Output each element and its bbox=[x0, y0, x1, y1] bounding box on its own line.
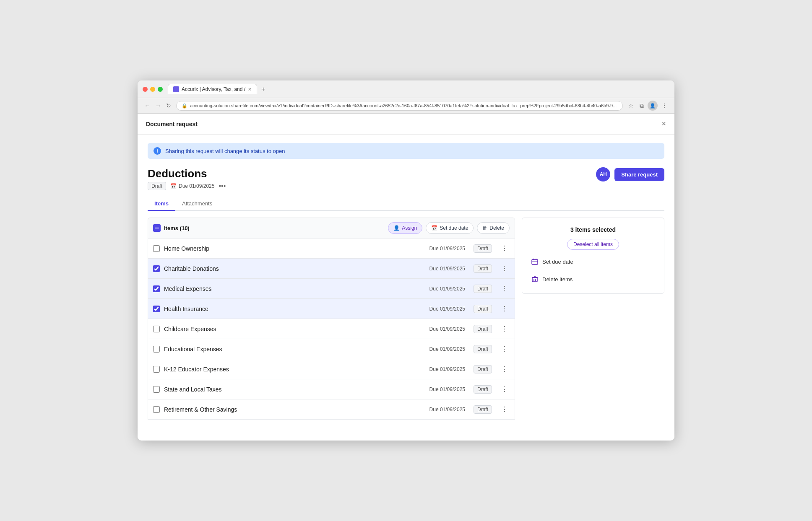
trash-icon: 🗑 bbox=[482, 225, 487, 231]
table-row: State and Local TaxesDue 01/09/2025Draft… bbox=[148, 379, 515, 399]
item-status-badge: Draft bbox=[474, 405, 492, 414]
item-name: Retirement & Other Savings bbox=[164, 406, 425, 413]
minimize-traffic-light[interactable] bbox=[150, 87, 155, 92]
item-checkbox-wrapper bbox=[153, 285, 160, 292]
item-more-button[interactable]: ⋮ bbox=[500, 244, 510, 253]
side-panel: 3 items selected Deselect all items Set … bbox=[522, 218, 664, 294]
item-more-button[interactable]: ⋮ bbox=[500, 264, 510, 273]
forward-button[interactable]: → bbox=[154, 101, 163, 110]
item-more-button[interactable]: ⋮ bbox=[500, 284, 510, 293]
address-bar[interactable]: 🔒 accounting-solution.sharefile.com/view… bbox=[176, 101, 623, 111]
item-status-badge: Draft bbox=[474, 305, 492, 313]
item-checkbox[interactable] bbox=[153, 285, 160, 292]
side-set-due-date[interactable]: Set due date bbox=[531, 256, 656, 267]
svg-rect-4 bbox=[532, 277, 537, 282]
item-due-date: Due 01/09/2025 bbox=[429, 266, 465, 272]
info-banner-text: Sharing this request will change its sta… bbox=[165, 148, 285, 154]
tab-attachments[interactable]: Attachments bbox=[175, 197, 219, 211]
table-row: Medical ExpensesDue 01/09/2025Draft⋮ bbox=[148, 279, 515, 299]
menu-button[interactable]: ⋮ bbox=[659, 101, 669, 111]
item-more-button[interactable]: ⋮ bbox=[500, 384, 510, 394]
due-date: 📅 Due 01/09/2025 bbox=[170, 183, 214, 189]
item-due-date: Due 01/09/2025 bbox=[429, 286, 465, 292]
content-area: Items (10) 👤 Assign 📅 Set due date bbox=[148, 218, 664, 420]
item-due-date: Due 01/09/2025 bbox=[429, 366, 465, 372]
items-count-label: Items (10) bbox=[164, 225, 190, 231]
trash-icon bbox=[531, 275, 539, 283]
item-checkbox[interactable] bbox=[153, 386, 160, 393]
new-tab-button[interactable]: + bbox=[259, 85, 268, 94]
item-checkbox[interactable] bbox=[153, 265, 160, 272]
back-button[interactable]: ← bbox=[143, 101, 152, 110]
item-more-button[interactable]: ⋮ bbox=[500, 324, 510, 334]
browser-chrome: Accurix | Advisory, Tax, and / ✕ + bbox=[138, 80, 674, 98]
item-checkbox-wrapper bbox=[153, 366, 160, 373]
modal-body: i Sharing this request will change its s… bbox=[138, 135, 674, 428]
item-more-button[interactable]: ⋮ bbox=[500, 304, 510, 314]
item-name: Medical Expenses bbox=[164, 285, 425, 292]
item-checkbox[interactable] bbox=[153, 326, 160, 332]
doc-title-section: Deductions Draft 📅 Due 01/09/2025 ••• bbox=[148, 167, 226, 190]
item-more-button[interactable]: ⋮ bbox=[500, 344, 510, 354]
table-row: Childcare ExpensesDue 01/09/2025Draft⋮ bbox=[148, 319, 515, 339]
table-row: Charitable DonationsDue 01/09/2025Draft⋮ bbox=[148, 259, 515, 279]
item-status-badge: Draft bbox=[474, 325, 492, 333]
svg-rect-0 bbox=[532, 259, 538, 264]
select-all-checkbox[interactable] bbox=[153, 224, 161, 232]
item-checkbox[interactable] bbox=[153, 366, 160, 373]
item-more-button[interactable]: ⋮ bbox=[500, 404, 510, 414]
items-actions: 👤 Assign 📅 Set due date 🗑 Delete bbox=[388, 222, 510, 234]
table-row: K-12 Educator ExpensesDue 01/09/2025Draf… bbox=[148, 359, 515, 379]
item-due-date: Due 01/09/2025 bbox=[429, 326, 465, 332]
calendar-icon: 📅 bbox=[170, 183, 177, 189]
reload-button[interactable]: ↻ bbox=[164, 101, 173, 110]
item-checkbox-wrapper bbox=[153, 386, 160, 393]
item-name: Childcare Expenses bbox=[164, 326, 425, 332]
side-delete-items[interactable]: Delete items bbox=[531, 273, 656, 285]
profile-icon[interactable]: 👤 bbox=[648, 101, 658, 111]
browser-actions: ☆ ⧉ 👤 ⋮ bbox=[626, 101, 669, 111]
url-text: accounting-solution.sharefile.com/view/t… bbox=[190, 103, 617, 108]
share-request-button[interactable]: Share request bbox=[614, 168, 664, 181]
item-checkbox[interactable] bbox=[153, 245, 160, 252]
item-more-button[interactable]: ⋮ bbox=[500, 364, 510, 374]
items-header: Items (10) 👤 Assign 📅 Set due date bbox=[148, 218, 515, 238]
extensions-button[interactable]: ⧉ bbox=[638, 101, 646, 111]
tab-favicon bbox=[173, 86, 179, 92]
items-list: Home OwnershipDue 01/09/2025Draft⋮Charit… bbox=[148, 238, 515, 420]
item-checkbox[interactable] bbox=[153, 346, 160, 353]
item-name: Charitable Donations bbox=[164, 265, 425, 272]
modal-close-button[interactable]: × bbox=[661, 119, 666, 128]
traffic-lights bbox=[143, 87, 163, 92]
document-header: Deductions Draft 📅 Due 01/09/2025 ••• AH… bbox=[148, 167, 664, 190]
deselect-all-button[interactable]: Deselect all items bbox=[567, 239, 619, 250]
modal-title: Document request bbox=[146, 121, 198, 127]
page-content: Document request × i Sharing this reques… bbox=[138, 114, 674, 441]
item-checkbox[interactable] bbox=[153, 306, 160, 312]
tab-bar: Accurix | Advisory, Tax, and / ✕ + bbox=[168, 84, 669, 94]
item-checkbox-wrapper bbox=[153, 306, 160, 312]
item-status-badge: Draft bbox=[474, 365, 492, 373]
tab-items[interactable]: Items bbox=[148, 197, 175, 211]
item-checkbox[interactable] bbox=[153, 406, 160, 413]
table-row: Health InsuranceDue 01/09/2025Draft⋮ bbox=[148, 299, 515, 319]
item-status-badge: Draft bbox=[474, 285, 492, 293]
modal-header: Document request × bbox=[138, 114, 674, 135]
item-checkbox-wrapper bbox=[153, 406, 160, 413]
bookmark-button[interactable]: ☆ bbox=[626, 101, 636, 111]
item-due-date: Due 01/09/2025 bbox=[429, 407, 465, 412]
item-checkbox-wrapper bbox=[153, 245, 160, 252]
document-more-button[interactable]: ••• bbox=[219, 182, 226, 190]
delete-button[interactable]: 🗑 Delete bbox=[477, 222, 510, 234]
avatar: AH bbox=[596, 167, 610, 181]
browser-tab[interactable]: Accurix | Advisory, Tax, and / ✕ bbox=[168, 84, 257, 94]
assign-button[interactable]: 👤 Assign bbox=[388, 222, 422, 234]
item-name: Home Ownership bbox=[164, 245, 425, 252]
tab-close-icon[interactable]: ✕ bbox=[248, 87, 252, 92]
set-due-date-button[interactable]: 📅 Set due date bbox=[426, 222, 474, 234]
item-name: State and Local Taxes bbox=[164, 386, 425, 393]
close-traffic-light[interactable] bbox=[143, 87, 148, 92]
item-due-date: Due 01/09/2025 bbox=[429, 386, 465, 392]
table-row: Educational ExpensesDue 01/09/2025Draft⋮ bbox=[148, 339, 515, 359]
maximize-traffic-light[interactable] bbox=[158, 87, 163, 92]
